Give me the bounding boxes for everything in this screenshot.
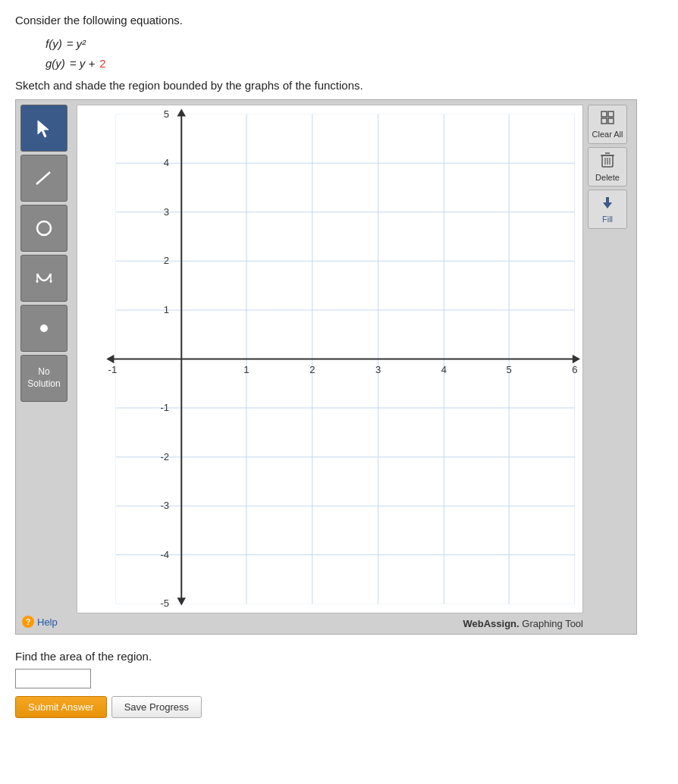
- delete-icon: [600, 152, 615, 171]
- svg-text:-1: -1: [108, 364, 118, 375]
- svg-text:5: 5: [164, 108, 169, 120]
- svg-text:1: 1: [243, 364, 249, 375]
- svg-point-4: [37, 221, 51, 235]
- svg-text:-2: -2: [160, 451, 169, 463]
- svg-text:-5: -5: [160, 597, 169, 609]
- svg-marker-8: [49, 281, 52, 283]
- graphing-footer: WebAssign. Graphing Tool: [77, 616, 583, 629]
- submit-button[interactable]: Submit Answer: [15, 696, 107, 718]
- fill-label: Fill: [602, 215, 613, 224]
- problem-intro: Consider the following equations.: [15, 14, 663, 27]
- brand-tool: Graphing Tool: [522, 618, 583, 629]
- svg-text:2: 2: [164, 255, 169, 266]
- svg-text:5: 5: [506, 364, 511, 375]
- fill-icon: [600, 195, 615, 213]
- svg-marker-64: [603, 197, 612, 209]
- svg-text:3: 3: [164, 206, 169, 218]
- svg-marker-0: [38, 121, 49, 137]
- svg-text:-1: -1: [160, 402, 169, 413]
- left-toolbar: NoSolution ? Help: [20, 105, 72, 629]
- circle-tool[interactable]: [20, 205, 67, 252]
- delete-label: Delete: [595, 173, 620, 182]
- svg-point-9: [40, 325, 48, 332]
- right-toolbar: Clear All Delete Fill: [588, 105, 632, 629]
- brand-web: WebAssign.: [463, 618, 519, 629]
- line-icon: [33, 168, 55, 189]
- parabola-tool[interactable]: [20, 255, 67, 302]
- delete-button[interactable]: Delete: [588, 147, 627, 187]
- select-tool[interactable]: [20, 105, 67, 152]
- save-button[interactable]: Save Progress: [111, 696, 202, 718]
- point-tool[interactable]: [20, 305, 67, 352]
- svg-text:1: 1: [164, 304, 169, 315]
- svg-text:4: 4: [164, 157, 169, 168]
- svg-text:6: 6: [572, 364, 577, 375]
- circle-icon: [33, 218, 55, 239]
- svg-text:4: 4: [441, 364, 447, 375]
- area-answer-input[interactable]: [15, 669, 91, 688]
- g-label: g(y): [46, 54, 65, 74]
- no-solution-tool[interactable]: NoSolution: [20, 355, 67, 402]
- g-equation-prefix: = y +: [70, 54, 95, 74]
- sketch-instruction: Sketch and shade the region bounded by t…: [15, 79, 663, 92]
- graph-svg: -1 1 2 3 4 5 6 5 4: [77, 105, 582, 613]
- find-area-section: Find the area of the region.: [15, 650, 663, 688]
- help-icon: ?: [22, 616, 34, 628]
- svg-rect-56: [601, 118, 607, 124]
- graphing-tool: NoSolution ? Help: [15, 99, 637, 635]
- clear-all-button[interactable]: Clear All: [588, 105, 627, 144]
- f-label: f(y): [46, 34, 62, 54]
- parabola-icon: [33, 268, 55, 289]
- trash-icon: [600, 152, 615, 168]
- svg-rect-54: [601, 111, 607, 117]
- bottom-buttons: Submit Answer Save Progress: [15, 696, 663, 718]
- no-solution-label: NoSolution: [27, 366, 60, 390]
- svg-rect-55: [608, 111, 614, 117]
- help-button[interactable]: ? Help: [20, 614, 59, 629]
- cursor-icon: [33, 118, 55, 139]
- help-label: Help: [37, 616, 58, 628]
- fill-arrow-icon: [600, 195, 615, 210]
- line-tool[interactable]: [20, 155, 67, 202]
- svg-rect-57: [608, 118, 614, 124]
- clear-all-label: Clear All: [592, 130, 623, 139]
- g-equation-num: 2: [99, 54, 105, 74]
- find-area-label: Find the area of the region.: [15, 650, 663, 663]
- svg-marker-7: [36, 281, 39, 283]
- svg-text:3: 3: [375, 364, 381, 375]
- f-equation: = y²: [67, 34, 86, 54]
- equations-block: f(y) = y² g(y) = y + 2: [46, 34, 663, 73]
- point-icon: [33, 318, 55, 339]
- svg-text:-3: -3: [160, 500, 169, 511]
- clear-all-icon: [600, 110, 615, 128]
- graph-canvas[interactable]: -1 1 2 3 4 5 6 5 4: [77, 105, 583, 613]
- svg-text:2: 2: [309, 364, 315, 375]
- svg-text:-4: -4: [160, 549, 169, 560]
- fill-button[interactable]: Fill: [588, 190, 627, 229]
- grid-icon: [600, 110, 615, 125]
